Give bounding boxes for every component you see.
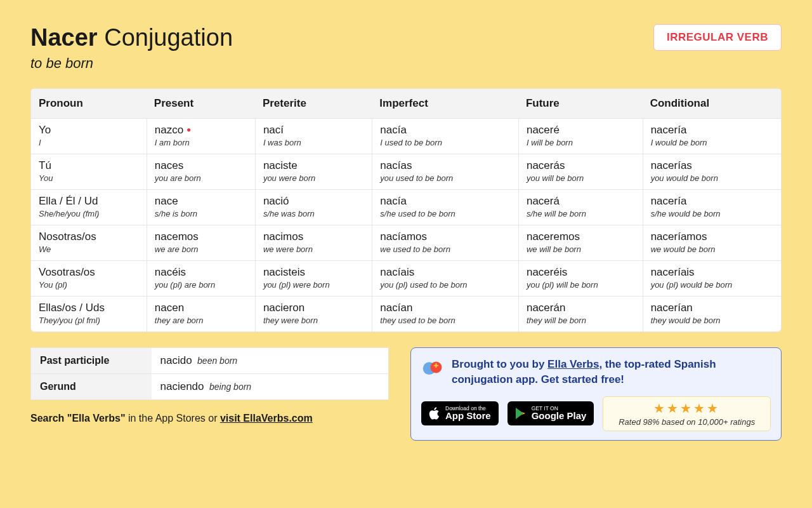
table-row: Ella / Él / UdShe/he/you (fml)naces/he i… bbox=[31, 190, 781, 225]
conjugation-cell: naceríasyou would be born bbox=[643, 154, 781, 190]
conjugation-cell: nacíaisyou (pl) used to be born bbox=[372, 261, 518, 297]
conjugation-cell: nazco ●I am born bbox=[147, 119, 255, 154]
rating-text: Rated 98% based on 10,000+ ratings bbox=[610, 417, 764, 427]
play-big: Google Play bbox=[532, 411, 587, 422]
pronoun-translation: They/you (pl fml) bbox=[39, 316, 139, 325]
verb-name: Nacer bbox=[30, 24, 98, 51]
form-translation: they will be born bbox=[527, 316, 635, 325]
appstore-big: App Store bbox=[445, 411, 491, 422]
conjugation-cell: nacimoswe were born bbox=[255, 225, 372, 261]
col-header: Future bbox=[518, 89, 643, 119]
form-translation: you are born bbox=[155, 173, 247, 183]
participle-label: Gerund bbox=[31, 374, 152, 400]
participle-value: naciendo bbox=[160, 380, 204, 392]
form-translation: I will be born bbox=[527, 138, 635, 147]
irregular-dot-icon: ● bbox=[187, 125, 191, 134]
form-translation: s/he used to be born bbox=[380, 209, 511, 218]
verb-form: nazco ● bbox=[155, 124, 247, 137]
form-translation: I would be born bbox=[651, 138, 773, 147]
participle-row: Past participlenacido been born bbox=[31, 348, 389, 374]
form-translation: you (pl) would be born bbox=[651, 280, 773, 290]
participle-translation: been born bbox=[197, 356, 237, 366]
pronoun-cell: YoI bbox=[31, 119, 147, 154]
col-header: Preterite bbox=[255, 89, 372, 119]
conjugation-table: PronounPresentPreteriteImperfectFutureCo… bbox=[30, 88, 782, 332]
pronoun: Ellas/os / Uds bbox=[39, 302, 139, 314]
verb-form: nacerán bbox=[527, 302, 635, 314]
form-translation: they would be born bbox=[651, 316, 773, 325]
form-translation: they were born bbox=[263, 316, 364, 325]
appstore-button[interactable]: Download on the App Store bbox=[421, 401, 499, 425]
conjugation-cell: nacíasyou used to be born bbox=[372, 154, 518, 190]
verb-form: naceré bbox=[527, 124, 635, 137]
form-translation: we will be born bbox=[527, 244, 635, 254]
conjugation-cell: nacieronthey were born bbox=[255, 297, 372, 331]
verb-form: nacías bbox=[380, 159, 511, 172]
verb-form: naceríamos bbox=[651, 231, 773, 243]
table-row: YoInazco ●I am bornnacíI was bornnacíaI … bbox=[31, 119, 781, 154]
pronoun-cell: Ellas/os / UdsThey/you (pl fml) bbox=[31, 297, 147, 331]
search-hint: Search "Ella Verbs" in the App Stores or… bbox=[30, 413, 389, 424]
verb-form: nacimos bbox=[263, 231, 364, 243]
pronoun-translation: I bbox=[39, 138, 139, 147]
verb-translation: to be born bbox=[30, 55, 233, 72]
verb-form: nacen bbox=[155, 302, 247, 314]
table-row: Vosotras/osYou (pl)nacéisyou (pl) are bo… bbox=[31, 261, 781, 297]
conjugation-cell: naceránthey will be born bbox=[518, 297, 643, 331]
form-translation: s/he would be born bbox=[651, 209, 773, 218]
conjugation-cell: nacenthey are born bbox=[147, 297, 255, 331]
verb-form: nacería bbox=[651, 195, 773, 208]
conjugation-cell: nacisteisyou (pl) were born bbox=[255, 261, 372, 297]
pronoun: Vosotras/os bbox=[39, 266, 139, 279]
googleplay-button[interactable]: GET IT ON Google Play bbox=[508, 401, 594, 425]
verb-form: nacerás bbox=[527, 159, 635, 172]
balloon-icon bbox=[421, 358, 444, 381]
verb-form: nacía bbox=[380, 124, 511, 137]
verb-form: naceremos bbox=[527, 231, 635, 243]
promo-brand-link[interactable]: Ella Verbs bbox=[547, 358, 599, 370]
apple-icon bbox=[429, 406, 440, 420]
verb-form: nacerías bbox=[651, 159, 773, 172]
pronoun-cell: Vosotras/osYou (pl) bbox=[31, 261, 147, 297]
pronoun-translation: You bbox=[39, 173, 139, 183]
form-translation: we were born bbox=[263, 244, 364, 254]
pronoun: Tú bbox=[39, 159, 139, 172]
participle-value-cell: naciendo being born bbox=[152, 374, 389, 400]
form-translation: you would be born bbox=[651, 173, 773, 183]
col-header: Present bbox=[147, 89, 255, 119]
pronoun-translation: She/he/you (fml) bbox=[39, 209, 139, 218]
promo-before: Brought to you by bbox=[452, 358, 547, 370]
conjugation-cell: naceríamoswe would be born bbox=[643, 225, 781, 261]
participle-value: nacido bbox=[160, 354, 192, 366]
form-translation: we are born bbox=[155, 244, 247, 254]
form-translation: we would be born bbox=[651, 244, 773, 254]
visit-link[interactable]: visit EllaVerbs.com bbox=[220, 413, 313, 424]
conjugation-cell: nacesyou are born bbox=[147, 154, 255, 190]
conjugation-cell: naces/he is born bbox=[147, 190, 255, 225]
form-translation: you were born bbox=[263, 173, 364, 183]
conjugation-cell: nacías/he used to be born bbox=[372, 190, 518, 225]
verb-form: nacía bbox=[380, 195, 511, 208]
title-suffix: Conjugation bbox=[104, 24, 233, 51]
conjugation-cell: naciós/he was born bbox=[255, 190, 372, 225]
verb-form: nacieron bbox=[263, 302, 364, 314]
verb-form: nacerá bbox=[527, 195, 635, 208]
verb-form: naces bbox=[155, 159, 247, 172]
conjugation-cell: naceréisyou (pl) will be born bbox=[518, 261, 643, 297]
pronoun: Yo bbox=[39, 124, 139, 137]
verb-form: nacerían bbox=[651, 302, 773, 314]
participle-label: Past participle bbox=[31, 348, 152, 374]
irregular-badge: IRREGULAR VERB bbox=[653, 24, 782, 51]
verb-form: nacería bbox=[651, 124, 773, 137]
title-block: Nacer Conjugation to be born bbox=[30, 24, 233, 72]
search-rest: in the App Stores or bbox=[125, 413, 219, 424]
verb-form: nacisteis bbox=[263, 266, 364, 279]
promo-text: Brought to you by Ella Verbs, the top-ra… bbox=[452, 357, 771, 387]
search-strong: Search "Ella Verbs" bbox=[30, 413, 125, 424]
form-translation: s/he will be born bbox=[527, 209, 635, 218]
rating-box: ★★★★★ Rated 98% based on 10,000+ ratings bbox=[603, 396, 771, 431]
stars-icon: ★★★★★ bbox=[610, 401, 764, 416]
form-translation: I was born bbox=[263, 138, 364, 147]
pronoun: Nosotras/os bbox=[39, 231, 139, 243]
conjugation-cell: nacéisyou (pl) are born bbox=[147, 261, 255, 297]
